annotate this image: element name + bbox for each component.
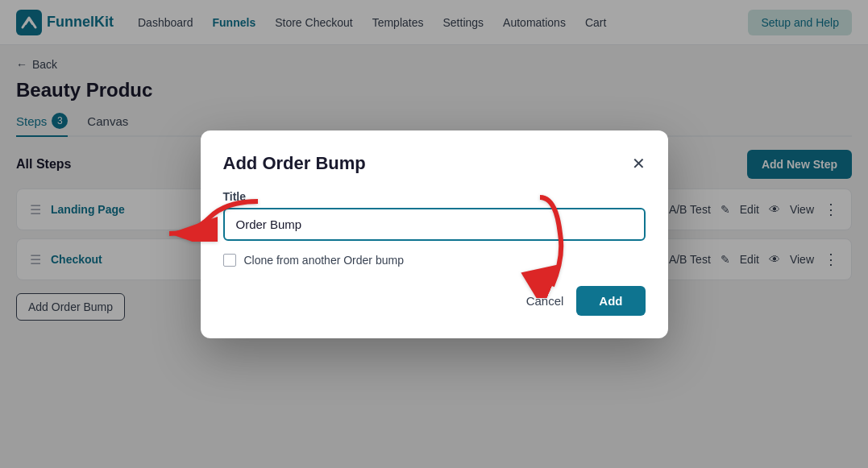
modal-header: Add Order Bump ✕: [223, 153, 646, 174]
arrow-down-icon: [508, 193, 572, 298]
add-order-bump-modal: Add Order Bump ✕ Title Clone from anothe…: [201, 130, 668, 338]
modal-checkbox-row: Clone from another Order bump: [223, 254, 646, 267]
clone-checkbox-label: Clone from another Order bump: [244, 254, 404, 267]
modal-add-button[interactable]: Add: [576, 286, 645, 316]
modal-title-input[interactable]: [223, 208, 646, 241]
modal-close-button[interactable]: ✕: [632, 155, 646, 172]
modal-footer: Cancel Add: [223, 286, 646, 316]
modal-title: Add Order Bump: [223, 153, 366, 174]
arrow-left-icon: [161, 193, 266, 242]
clone-checkbox[interactable]: [223, 254, 236, 267]
modal-overlay: Add Order Bump ✕ Title Clone from anothe…: [0, 0, 868, 468]
modal-input-label: Title: [223, 190, 646, 203]
